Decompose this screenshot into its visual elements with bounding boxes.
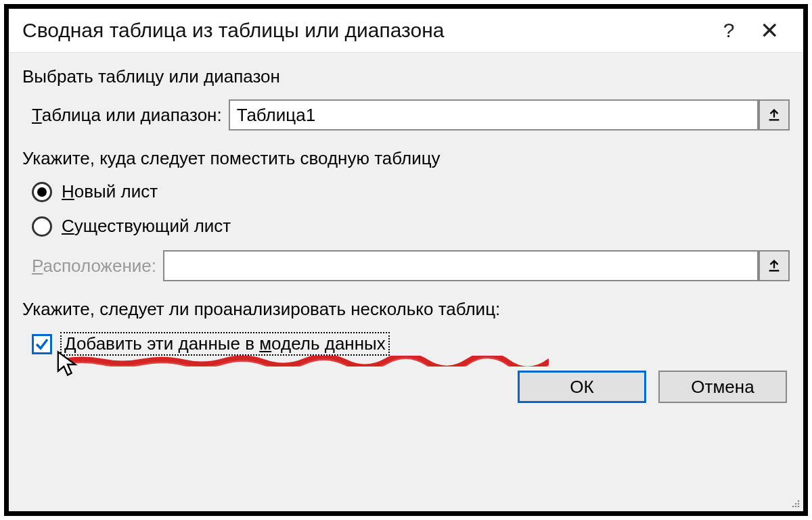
dialog-window: Сводная таблица из таблицы или диапазона… [4, 4, 808, 516]
svg-point-5 [792, 506, 794, 508]
table-range-input[interactable] [229, 99, 759, 131]
radio-new-sheet-row[interactable]: Новый лист [32, 181, 790, 202]
location-input[interactable] [163, 250, 759, 281]
dialog-title: Сводная таблица из таблицы или диапазона [22, 19, 708, 42]
add-to-datamodel-row[interactable]: Добавить эти данные в модель данных [32, 332, 790, 356]
collapse-dialog-location-icon[interactable] [759, 250, 790, 281]
radio-existing-sheet-label: Существующий лист [62, 216, 231, 237]
svg-point-2 [798, 500, 800, 502]
section-analyze-heading: Укажите, следует ли проанализировать нес… [22, 299, 790, 320]
location-row: Расположение: [32, 250, 790, 281]
dialog-footer: ОК Отмена [22, 371, 790, 403]
add-to-datamodel-label: Добавить эти данные в модель данных [60, 332, 390, 356]
svg-point-3 [795, 503, 797, 505]
section-select-range-heading: Выбрать таблицу или диапазон [22, 66, 790, 87]
radio-new-sheet-label: Новый лист [62, 181, 158, 202]
radio-new-sheet[interactable] [32, 182, 52, 202]
collapse-dialog-icon[interactable] [759, 99, 790, 131]
cancel-button[interactable]: Отмена [658, 371, 787, 403]
table-range-row: Таблица или диапазон: [32, 99, 790, 131]
annotation-underline-icon [62, 356, 549, 367]
dialog-content: Выбрать таблицу или диапазон Таблица или… [9, 53, 803, 511]
help-icon[interactable]: ? [708, 19, 749, 42]
section-placement-heading: Укажите, куда следует поместить сводную … [22, 148, 790, 169]
close-icon[interactable]: ✕ [749, 17, 790, 44]
svg-point-4 [798, 503, 800, 505]
add-to-datamodel-checkbox[interactable] [32, 334, 52, 354]
resize-grip-icon[interactable] [789, 497, 801, 509]
svg-point-6 [795, 506, 797, 508]
ok-button[interactable]: ОК [518, 371, 646, 403]
radio-existing-sheet[interactable] [32, 216, 52, 237]
radio-existing-sheet-row[interactable]: Существующий лист [32, 216, 790, 237]
titlebar: Сводная таблица из таблицы или диапазона… [9, 9, 803, 53]
svg-point-7 [798, 506, 800, 508]
table-range-label: Таблица или диапазон: [32, 105, 222, 126]
location-label: Расположение: [32, 256, 156, 277]
